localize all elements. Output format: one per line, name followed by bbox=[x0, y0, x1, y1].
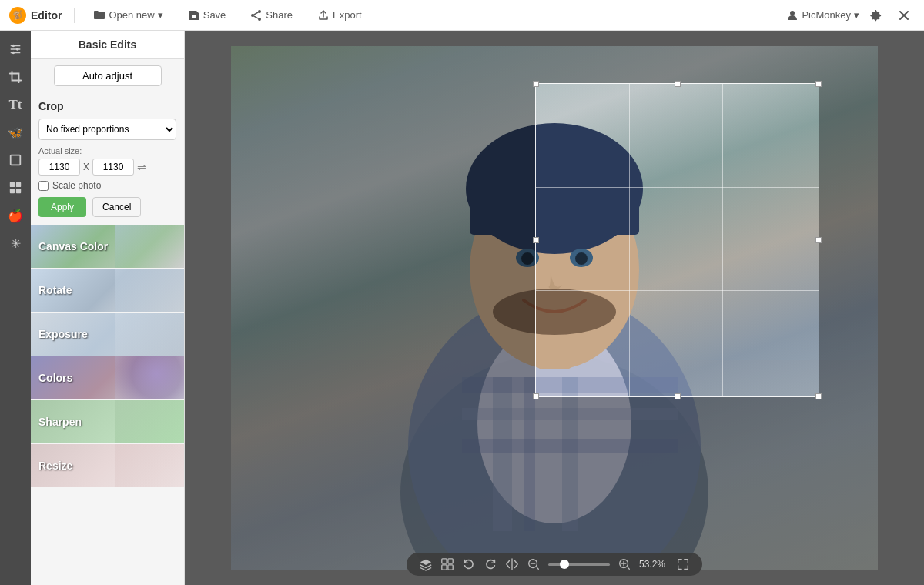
effects-tool-button[interactable]: 🦋 bbox=[3, 120, 28, 145]
rotate-img bbox=[115, 269, 184, 312]
zoom-out-icon bbox=[527, 557, 541, 571]
zoom-in-icon bbox=[618, 557, 631, 571]
svg-rect-12 bbox=[10, 189, 15, 193]
settings-button[interactable] bbox=[865, 5, 887, 26]
save-button[interactable]: Save bbox=[182, 6, 233, 25]
svg-rect-9 bbox=[11, 155, 21, 165]
crop-icon bbox=[8, 70, 22, 84]
svg-rect-32 bbox=[442, 559, 447, 563]
width-input[interactable] bbox=[38, 159, 80, 176]
bottom-toolbar: 53.2% bbox=[407, 553, 702, 576]
close-button[interactable] bbox=[893, 5, 915, 26]
svg-rect-11 bbox=[16, 182, 21, 187]
fullscreen-icon bbox=[676, 557, 690, 571]
flip-icon bbox=[505, 557, 519, 571]
tools-sidebar: Tt 🦋 🍎 ✳ bbox=[0, 31, 31, 585]
zoom-in-button[interactable] bbox=[618, 557, 631, 571]
sticker-tool-button[interactable]: 🍎 bbox=[3, 203, 28, 228]
butterfly-icon: 🦋 bbox=[8, 125, 23, 140]
user-menu[interactable]: PicMonkey ▾ bbox=[786, 9, 859, 22]
photo-container bbox=[231, 46, 878, 570]
texture-tool-button[interactable] bbox=[3, 176, 28, 200]
layers-icon bbox=[419, 557, 433, 571]
sharpen-label: Sharpen bbox=[38, 416, 82, 428]
divider-1 bbox=[74, 8, 75, 23]
rotate-card[interactable]: Rotate bbox=[31, 269, 184, 312]
svg-point-7 bbox=[16, 48, 19, 51]
open-new-button[interactable]: Open new ▾ bbox=[87, 6, 169, 25]
sharpen-img bbox=[115, 400, 184, 443]
export-icon bbox=[317, 9, 330, 22]
svg-line-3 bbox=[254, 12, 259, 14]
svg-rect-30 bbox=[462, 408, 678, 420]
svg-rect-29 bbox=[462, 377, 678, 393]
app-logo: 🐒 Editor bbox=[9, 7, 62, 24]
texture-icon bbox=[8, 181, 22, 195]
apply-button[interactable]: Apply bbox=[38, 197, 86, 217]
save-icon bbox=[188, 9, 200, 22]
crop-proportion-select[interactable]: No fixed proportions Square 4:3 16:9 3:2 bbox=[38, 119, 176, 140]
link-dimensions-icon[interactable]: ⇌ bbox=[137, 161, 146, 173]
colors-card[interactable]: Colors bbox=[31, 356, 184, 399]
svg-rect-33 bbox=[448, 559, 453, 563]
sliders-tool-button[interactable] bbox=[3, 37, 28, 62]
svg-rect-13 bbox=[16, 189, 21, 193]
actual-size-label: Actual size: bbox=[38, 146, 176, 155]
sliders-icon bbox=[8, 42, 22, 56]
height-input[interactable] bbox=[92, 159, 134, 176]
svg-point-5 bbox=[790, 11, 795, 15]
share-button[interactable]: Share bbox=[244, 6, 299, 25]
resize-card[interactable]: Resize bbox=[31, 444, 184, 487]
auto-adjust-button[interactable]: Auto adjust bbox=[54, 65, 162, 86]
logo-icon: 🐒 bbox=[9, 7, 26, 24]
svg-rect-35 bbox=[448, 565, 453, 570]
layers-button[interactable] bbox=[419, 557, 433, 571]
redo-button[interactable] bbox=[484, 557, 497, 571]
canvas-color-card[interactable]: Canvas Color bbox=[31, 225, 184, 268]
svg-rect-34 bbox=[442, 565, 447, 570]
frames-tool-button[interactable] bbox=[3, 148, 28, 172]
scale-photo-row: Scale photo bbox=[38, 180, 176, 191]
redo-icon bbox=[484, 557, 497, 571]
tool-cards-list: Canvas Color Rotate Exposure Colors Shar… bbox=[31, 225, 184, 488]
close-icon bbox=[898, 9, 910, 22]
user-icon bbox=[786, 9, 798, 22]
svg-point-23 bbox=[521, 252, 534, 265]
frame-icon bbox=[8, 153, 22, 167]
svg-rect-31 bbox=[462, 439, 678, 453]
sharpen-card[interactable]: Sharpen bbox=[31, 400, 184, 443]
grid-icon bbox=[440, 557, 454, 571]
undo-button[interactable] bbox=[462, 557, 476, 571]
flip-button[interactable] bbox=[505, 557, 519, 571]
colors-img bbox=[115, 356, 184, 399]
topbar: 🐒 Editor Open new ▾ Save Share Export Pi… bbox=[0, 0, 924, 31]
edit-panel: Basic Edits Auto adjust Crop No fixed pr… bbox=[31, 31, 185, 585]
size-inputs: X ⇌ bbox=[38, 159, 176, 176]
svg-line-4 bbox=[254, 15, 259, 18]
export-button[interactable]: Export bbox=[311, 6, 368, 25]
grid-button[interactable] bbox=[440, 557, 454, 571]
exposure-label: Exposure bbox=[38, 328, 88, 340]
svg-point-25 bbox=[493, 289, 616, 335]
scale-photo-label: Scale photo bbox=[52, 180, 101, 191]
zoom-percentage: 53.2% bbox=[639, 559, 668, 570]
main-layout: Tt 🦋 🍎 ✳ Basic Edits Auto adjust bbox=[0, 31, 924, 585]
touchup-tool-button[interactable]: ✳ bbox=[3, 231, 28, 256]
svg-rect-28 bbox=[562, 377, 578, 531]
undo-icon bbox=[462, 557, 476, 571]
resize-label: Resize bbox=[38, 460, 72, 472]
scale-photo-checkbox[interactable] bbox=[38, 181, 49, 191]
text-tool-button[interactable]: Tt bbox=[3, 92, 28, 117]
cancel-button[interactable]: Cancel bbox=[92, 197, 141, 217]
crop-buttons: Apply Cancel bbox=[38, 197, 176, 217]
sticker-icon: 🍎 bbox=[8, 209, 23, 223]
canvas-area[interactable]: 53.2% bbox=[185, 31, 924, 585]
zoom-out-button[interactable] bbox=[527, 557, 541, 571]
exposure-img bbox=[115, 313, 184, 356]
zoom-slider[interactable] bbox=[548, 563, 610, 566]
fullscreen-button[interactable] bbox=[676, 557, 690, 571]
svg-point-8 bbox=[12, 52, 15, 55]
canvas-color-label: Canvas Color bbox=[38, 240, 108, 252]
crop-tool-button[interactable] bbox=[3, 65, 28, 89]
exposure-card[interactable]: Exposure bbox=[31, 313, 184, 356]
